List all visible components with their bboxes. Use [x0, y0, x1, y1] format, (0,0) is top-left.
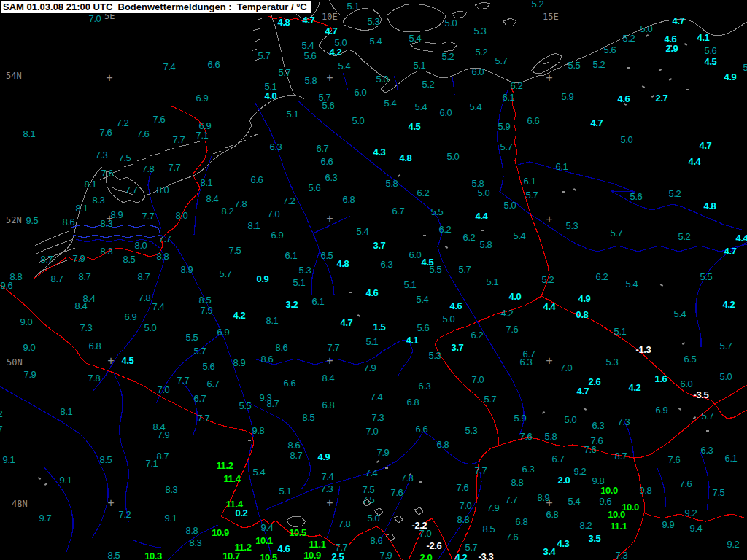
station-value: 7.4 [152, 301, 165, 312]
station-value: 2.9 [666, 43, 678, 54]
station-value: 8.7 [615, 451, 627, 462]
station-value: 8.3 [166, 484, 178, 495]
station-value: 7.9 [364, 362, 376, 373]
station-value: 7.6 [668, 454, 681, 465]
station-value: 2.0 [558, 475, 570, 486]
station-value: 6.8 [437, 439, 449, 450]
graticule-cross: + [326, 212, 333, 225]
station-value: 6.3 [520, 357, 533, 368]
station-value: 7.7 [198, 413, 210, 424]
station-value: 7.7 [506, 494, 518, 505]
station-value: 5.4 [370, 36, 382, 47]
station-value: 7.4 [365, 467, 378, 478]
station-value: 7.4 [322, 471, 334, 482]
station-value: 5.3 [606, 357, 619, 368]
station-value: 9.2 [727, 539, 740, 550]
station-value: 2.0 [420, 552, 433, 560]
station-value: 6.3 [325, 172, 338, 183]
station-value: 8.6 [371, 535, 383, 546]
station-value: 7.5 [363, 494, 375, 505]
station-value: 6.8 [546, 509, 559, 520]
station-value: 4.2 [501, 308, 514, 319]
station-mark [349, 292, 352, 293]
station-value: 4.7 [577, 386, 589, 397]
station-value: 1.5 [374, 322, 386, 332]
graticule-label: 54N [6, 71, 22, 81]
station-value: 6.3 [701, 445, 713, 456]
station-value: 5.9 [514, 413, 527, 424]
station-value: 5.0 [504, 200, 516, 211]
station-value: 6.9 [656, 405, 668, 416]
station-value: 5.4 [302, 40, 314, 51]
station-value: 7.7 [169, 162, 181, 173]
station-value: 9.1 [60, 475, 72, 486]
station-value: 7.3 [96, 149, 108, 160]
station-value: 8.4 [206, 193, 219, 204]
station-value: 5.7 [500, 141, 513, 152]
station-value: 8.1 [76, 203, 88, 214]
station-value: 0.8 [576, 309, 589, 320]
station-value: 5.0 [352, 115, 365, 126]
station-value: 9.9 [662, 519, 675, 530]
titlebar: SAM 01.03.08 21:00 UTC Bodenwettermeldun… [0, 0, 312, 14]
station-value: 7.9 [73, 253, 85, 264]
station-value: 9.5 [26, 215, 39, 226]
station-value: 5.2 [623, 33, 635, 44]
graticule-cross: + [546, 354, 552, 368]
station-value: 5.7 [720, 341, 732, 351]
station-value: 10.5 [289, 527, 306, 538]
station-value: 8.1 [266, 315, 279, 326]
station-value: 8.5 [108, 550, 120, 560]
station-value: 4.1 [697, 32, 710, 43]
station-mark [562, 191, 565, 192]
station-value: 5.9 [562, 91, 574, 102]
station-value: 7.6 [137, 128, 150, 139]
station-value: 3.7 [374, 240, 386, 251]
station-mark [481, 230, 484, 231]
station-value: 7.3 [80, 322, 93, 333]
station-value: 7.0 [268, 209, 280, 219]
station-value: 8.5 [303, 412, 315, 423]
graticule-cross: + [107, 497, 114, 510]
station-value: 7.0 [158, 384, 170, 395]
station-value: 8.2 [580, 520, 592, 531]
station-value: 8.3 [101, 246, 113, 257]
station-value: 5.4 [338, 61, 351, 71]
graticule-label: 50N [7, 357, 23, 368]
station-value: 9.2 [574, 466, 587, 477]
station-value: 9.0 [23, 342, 36, 353]
station-value: 8.3 [190, 537, 202, 548]
station-value: 5.1 [366, 336, 379, 347]
station-value: 8.9 [233, 357, 246, 368]
station-value: 4.6 [366, 287, 379, 298]
station-value: 5.6 [705, 45, 717, 56]
station-value: 8.8 [457, 514, 470, 525]
station-value: 8.6 [63, 217, 75, 228]
station-value: 8.7 [51, 273, 63, 284]
station-mark [419, 481, 422, 483]
station-value: 6.5 [321, 250, 333, 261]
station-value: 6.6 [208, 59, 220, 70]
graticule-cross: + [326, 497, 333, 510]
station-value: 8.5 [199, 295, 212, 306]
station-value: 5.2 [542, 274, 554, 285]
station-value: 6.9 [217, 327, 230, 338]
station-value: 4.7 [591, 117, 603, 128]
station-value: 5.4 [384, 98, 397, 109]
station-value: 7.8 [139, 292, 151, 303]
station-value: 5.5 [431, 206, 444, 217]
station-value: 8.8 [157, 251, 169, 262]
station-value: 4.1 [406, 335, 419, 346]
station-value: 7.7 [125, 184, 138, 195]
station-value: 8.7 [157, 451, 169, 462]
station-value: 6.3 [522, 464, 535, 475]
station-value: 5.2 [422, 79, 435, 90]
station-value: -3.3 [479, 551, 494, 560]
station-value: -3.5 [694, 389, 709, 400]
station-value: 5.6 [417, 322, 430, 333]
station-value: 7.6 [506, 324, 519, 335]
station-value: 5.3 [566, 220, 578, 231]
station-value: 5.3 [429, 350, 441, 361]
station-value: 6.2 [511, 80, 523, 91]
graticule-cross: + [326, 71, 333, 85]
